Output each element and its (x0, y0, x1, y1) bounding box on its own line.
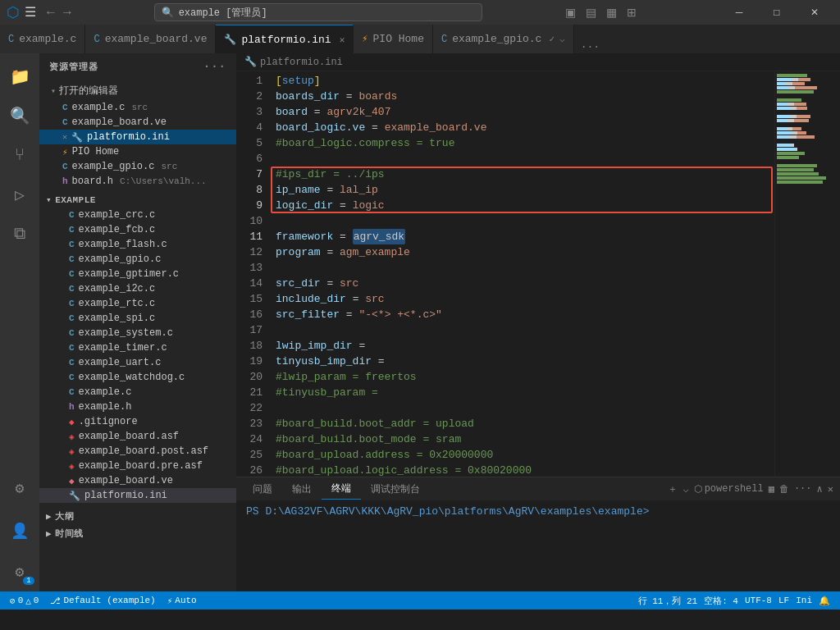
status-eol[interactable]: LF (775, 595, 792, 607)
list-item[interactable]: ◈ example_board.post.asf (39, 444, 236, 459)
terminal[interactable]: PS D:\AG32VF\AGRV\KKK\AgRV_pio\platforms… (236, 500, 840, 591)
sidebar-more-button[interactable]: ··· (203, 60, 226, 73)
list-item[interactable]: C example_system.c (39, 326, 236, 340)
search-text: example [管理员] (179, 6, 267, 20)
layout-btn-3[interactable]: ▦ (603, 4, 620, 21)
panel-layout-button[interactable]: ▦ (769, 483, 774, 495)
activity-source-control[interactable]: ⑂ (0, 135, 39, 175)
list-item[interactable]: C example_gptimer.c (39, 267, 236, 281)
open-editor-item-active[interactable]: ✕ 🔧 platformio.ini (39, 130, 236, 144)
panel-controls: ＋ ⌵ ⬡ powershell ▦ 🗑 ··· ∧ ✕ (668, 482, 833, 496)
list-item[interactable]: C example_flash.c (39, 237, 236, 252)
panel-tab-problems[interactable]: 问题 (243, 479, 282, 500)
status-git-branch[interactable]: ⎇ Default (example) (47, 596, 158, 606)
nav-back-button[interactable]: ← (44, 5, 57, 20)
tab-example-gpio[interactable]: C example_gpio.c ✓ ⌵ (433, 25, 574, 53)
list-item[interactable]: C example_spi.c (39, 311, 236, 326)
code-token: board_logic.ve (276, 120, 365, 135)
list-item[interactable]: ◈ example_board.asf (39, 429, 236, 444)
mini-line (777, 156, 838, 159)
timeline-header[interactable]: ▶ 时间线 (39, 525, 236, 542)
run-debug-icon: ▷ (15, 185, 25, 205)
tab-example-c[interactable]: C example.c (0, 25, 85, 53)
list-item-selected[interactable]: 🔧 platformio.ini (39, 488, 236, 503)
list-item[interactable]: ◈ example_board.pre.asf (39, 459, 236, 473)
file-name: example_timer.c (79, 342, 167, 354)
menu-icon[interactable]: ☰ (25, 4, 36, 21)
tab-label: example_gpio.c (452, 33, 541, 45)
open-editors-header[interactable]: ▾ 打开的编辑器 (39, 81, 236, 100)
code-token: = (333, 198, 352, 213)
mini-line (777, 86, 838, 89)
open-editor-item[interactable]: C example_gpio.c src (39, 159, 236, 174)
activity-settings[interactable]: ⚙ 1 (0, 552, 39, 591)
open-editor-item[interactable]: h board.h C:\Users\valh... (39, 174, 236, 189)
close-button[interactable]: ✕ (796, 0, 833, 25)
open-editor-item[interactable]: ⚡ PIO Home (39, 144, 236, 159)
file-icon: C (69, 313, 75, 323)
list-item[interactable]: ◆ example_board.ve (39, 473, 236, 488)
file-close-icon[interactable]: ✕ (62, 132, 67, 142)
tab-close-icon[interactable]: ✕ (340, 34, 345, 45)
activity-explorer[interactable]: 📁 (0, 57, 39, 96)
panel-close-button[interactable]: ✕ (828, 483, 833, 495)
status-line-col[interactable]: 行 11，列 21 (635, 595, 701, 607)
example-group-header[interactable]: ▾ EXAMPLE (39, 192, 236, 208)
layout-btn-4[interactable]: ⊞ (623, 4, 640, 21)
list-item[interactable]: C example_timer.c (39, 340, 236, 355)
open-editor-item[interactable]: C example_board.ve (39, 115, 236, 130)
nav-forward-button[interactable]: → (61, 5, 74, 20)
mini-line (777, 152, 838, 155)
mini-line (777, 82, 838, 85)
open-editors-arrow: ▾ (51, 86, 56, 96)
maximize-button[interactable]: □ (758, 0, 796, 25)
activity-search[interactable]: 🔍 (0, 96, 39, 135)
file-name: example_board.asf (79, 431, 179, 442)
activity-extensions[interactable]: ⧉ (0, 214, 39, 253)
list-item[interactable]: C example_gpio.c (39, 252, 236, 267)
tab-ve-icon: C (94, 34, 99, 45)
list-item[interactable]: C example_uart.c (39, 355, 236, 370)
tab-platformio-ini[interactable]: 🔧 platformio.ini ✕ (216, 25, 354, 53)
status-notifications[interactable]: 🔔 (815, 595, 833, 607)
panel-trash-button[interactable]: 🗑 (779, 483, 789, 495)
outline-header[interactable]: ▶ 大纲 (39, 508, 236, 525)
list-item[interactable]: C example_watchdog.c (39, 370, 236, 385)
activity-remote[interactable]: ⚙ (0, 468, 39, 508)
list-item[interactable]: C example.c (39, 385, 236, 399)
line-num: 19 (236, 354, 262, 369)
warning-icon: △ (25, 596, 31, 606)
tab-overflow-button[interactable]: ··· (574, 41, 606, 53)
list-item[interactable]: C example_i2c.c (39, 281, 236, 296)
tab-example-board-ve[interactable]: C example_board.ve (85, 25, 216, 53)
open-editor-item[interactable]: C example.c src (39, 100, 236, 115)
panel-split-button[interactable]: ⌵ (682, 483, 688, 495)
list-item[interactable]: C example_rtc.c (39, 296, 236, 311)
sidebar-header: 资源管理器 ··· (39, 53, 236, 80)
code-token: logic (353, 198, 385, 213)
tab-pio-home[interactable]: ⚡ PIO Home (354, 25, 433, 53)
layout-btn-1[interactable]: ▣ (562, 4, 579, 21)
list-item[interactable]: C example_fcb.c (39, 222, 236, 237)
list-item[interactable]: C example_crc.c (39, 208, 236, 222)
search-box[interactable]: 🔍 example [管理员] (154, 3, 482, 21)
status-plugin[interactable]: ⚡ Auto (164, 596, 200, 606)
status-encoding[interactable]: UTF-8 (742, 595, 775, 607)
layout-btn-2[interactable]: ▤ (582, 4, 600, 21)
list-item[interactable]: ◆ .gitignore (39, 414, 236, 429)
panel-collapse-button[interactable]: ∧ (817, 483, 823, 495)
activity-account[interactable]: 👤 (0, 511, 39, 550)
list-item[interactable]: h example.h (39, 399, 236, 414)
panel-add-button[interactable]: ＋ (668, 482, 678, 496)
panel-tab-debug[interactable]: 调试控制台 (361, 479, 430, 500)
code-editor[interactable]: [setup] boards_dir = boards board = agrv… (269, 71, 774, 477)
activity-run-debug[interactable]: ▷ (0, 175, 39, 214)
status-spaces[interactable]: 空格: 4 (701, 595, 742, 607)
panel-tab-terminal[interactable]: 终端 (322, 478, 361, 500)
minimize-button[interactable]: ─ (720, 0, 758, 25)
panel-more-button[interactable]: ··· (794, 483, 812, 495)
status-language[interactable]: Ini (792, 595, 815, 607)
panel-tab-output[interactable]: 输出 (282, 479, 322, 500)
status-errors[interactable]: ⊘ 0 △ 0 (7, 596, 42, 606)
mini-line (777, 74, 838, 77)
